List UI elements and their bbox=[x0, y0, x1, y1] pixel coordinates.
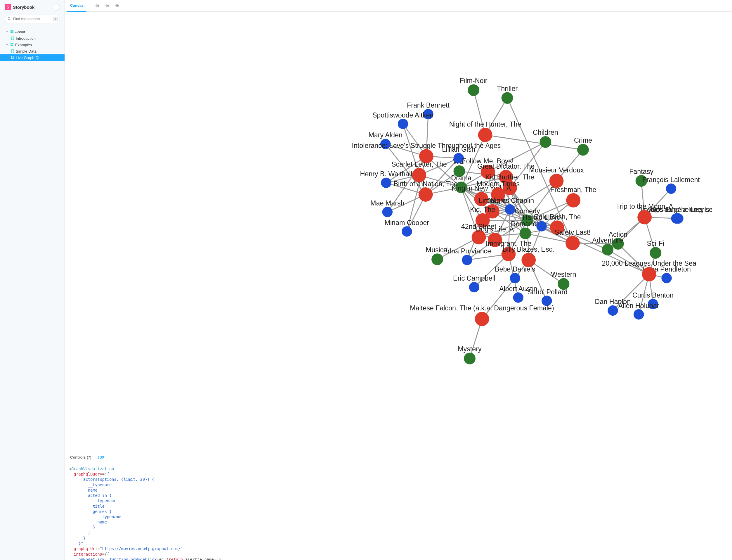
sidebar-menu-button[interactable]: ⋯ bbox=[53, 4, 60, 11]
graph-node[interactable] bbox=[475, 312, 489, 326]
graph-node[interactable] bbox=[521, 215, 533, 226]
panel-tab-jsx[interactable]: JSX bbox=[94, 452, 108, 463]
graph-node[interactable] bbox=[475, 213, 490, 228]
graph-node[interactable] bbox=[474, 192, 488, 206]
graph-node[interactable] bbox=[550, 220, 564, 235]
search-input-wrap[interactable]: / bbox=[5, 15, 60, 23]
graph-node[interactable] bbox=[536, 221, 546, 231]
graph-node[interactable] bbox=[398, 119, 408, 129]
graph-node[interactable] bbox=[650, 247, 661, 259]
graph-node[interactable] bbox=[501, 247, 516, 261]
graph-node[interactable] bbox=[431, 253, 443, 265]
graph-node[interactable] bbox=[634, 309, 644, 319]
graph-node[interactable] bbox=[648, 299, 658, 309]
graph-node[interactable] bbox=[380, 139, 390, 149]
graph-edge bbox=[525, 234, 573, 243]
graph-edge bbox=[387, 156, 426, 212]
graph-node[interactable] bbox=[505, 204, 515, 215]
graph-node[interactable] bbox=[566, 193, 580, 208]
story-icon bbox=[11, 49, 15, 53]
graph-node[interactable] bbox=[513, 292, 523, 303]
graph-node-label: Lillian Gish bbox=[442, 146, 475, 153]
caret-icon: ▾ bbox=[6, 43, 9, 46]
graph-node[interactable] bbox=[549, 174, 564, 188]
graph-node[interactable] bbox=[381, 178, 391, 188]
tree-item-about[interactable]: ▾ About bbox=[0, 29, 65, 35]
graph-node[interactable] bbox=[577, 144, 589, 156]
graph-node-label: Mystery bbox=[458, 345, 482, 353]
nav-tree: ▾ About Introduction ▾ Examples bbox=[0, 27, 65, 560]
graph-node[interactable] bbox=[521, 253, 536, 267]
graph-node[interactable] bbox=[565, 236, 580, 250]
graph-node[interactable] bbox=[539, 136, 551, 148]
search-shortcut: / bbox=[53, 17, 58, 21]
graph-node[interactable] bbox=[418, 187, 433, 202]
graph-node-label: Curtis Benton bbox=[632, 291, 674, 299]
graph-node[interactable] bbox=[462, 255, 472, 265]
graph-node-label: Mary Alden bbox=[368, 131, 402, 139]
tree-item-live-graphql[interactable]: Live Graph QL bbox=[0, 54, 65, 61]
zoom-out-button[interactable] bbox=[104, 2, 111, 10]
graph-visualization[interactable]: Film-NoirThrillerChildrenCrimeFantasyWar… bbox=[65, 12, 732, 452]
graph-node[interactable] bbox=[401, 226, 412, 236]
graph-node[interactable] bbox=[423, 109, 433, 119]
graph-node[interactable] bbox=[558, 278, 569, 290]
graph-node-label: Follow Me, Boys! bbox=[462, 157, 513, 165]
graph-node[interactable] bbox=[478, 128, 492, 142]
search-input[interactable] bbox=[13, 17, 57, 21]
zoom-in-button[interactable] bbox=[94, 2, 101, 10]
graph-node[interactable] bbox=[642, 267, 656, 281]
caret-icon: ▾ bbox=[6, 30, 9, 33]
graph-node[interactable] bbox=[661, 273, 672, 283]
story-icon bbox=[11, 37, 15, 40]
graph-node[interactable] bbox=[671, 213, 681, 224]
graph-node-label: Musical bbox=[426, 246, 449, 254]
search-icon bbox=[7, 17, 11, 21]
graph-node[interactable] bbox=[481, 165, 495, 179]
graph-node[interactable] bbox=[666, 184, 676, 194]
graph-node[interactable] bbox=[501, 92, 513, 104]
panel-tab-controls[interactable]: Controls (7) bbox=[67, 452, 94, 463]
zoom-reset-button[interactable] bbox=[114, 2, 121, 10]
main: Canvas Film-NoirThrillerChildrenCrimeFan… bbox=[65, 0, 732, 560]
graph-node[interactable] bbox=[455, 182, 467, 193]
tree-label: Introduction bbox=[16, 36, 36, 41]
panel-tabs: Controls (7) JSX bbox=[65, 452, 732, 463]
graph-node[interactable] bbox=[637, 210, 652, 224]
search-container: / bbox=[0, 15, 65, 27]
graph-node[interactable] bbox=[453, 165, 465, 177]
graph-node[interactable] bbox=[472, 230, 486, 244]
code-block[interactable]: <GraphVisualization graphqlQuery="{ acto… bbox=[65, 463, 732, 560]
brand: S Storybook bbox=[5, 4, 34, 10]
tree-label: About bbox=[15, 30, 25, 34]
app-root: S Storybook ⋯ / ▾ About bbox=[0, 0, 732, 560]
graph-node[interactable] bbox=[612, 238, 624, 250]
graph-node[interactable] bbox=[419, 149, 433, 163]
graph-node[interactable] bbox=[636, 175, 647, 187]
graph-node[interactable] bbox=[412, 168, 426, 182]
graph-node[interactable] bbox=[602, 244, 613, 255]
tree-item-simple-data[interactable]: Simple Data bbox=[0, 48, 65, 54]
canvas-area[interactable]: Film-NoirThrillerChildrenCrimeFantasyWar… bbox=[65, 12, 732, 452]
graph-node-label: Crime bbox=[574, 136, 592, 144]
graph-node-label: Voyage dans la lune, Le bbox=[640, 206, 712, 213]
graph-node[interactable] bbox=[453, 153, 463, 163]
graph-node[interactable] bbox=[541, 295, 552, 306]
graph-node[interactable] bbox=[520, 228, 531, 239]
addon-panel: Controls (7) JSX <GraphVisualization gra… bbox=[65, 452, 732, 560]
tree-label: Live Graph QL bbox=[16, 56, 41, 60]
graph-node[interactable] bbox=[608, 305, 618, 316]
graph-node[interactable] bbox=[491, 187, 505, 202]
graph-edge bbox=[461, 135, 485, 187]
graph-node[interactable] bbox=[464, 353, 475, 364]
tab-canvas[interactable]: Canvas bbox=[67, 0, 87, 12]
graph-node[interactable] bbox=[382, 207, 392, 217]
tree-item-introduction[interactable]: Introduction bbox=[0, 35, 65, 42]
graph-node[interactable] bbox=[468, 84, 479, 96]
tree-item-examples[interactable]: ▾ Examples bbox=[0, 42, 65, 48]
graph-node[interactable] bbox=[510, 273, 520, 283]
story-icon bbox=[11, 56, 15, 59]
graph-node[interactable] bbox=[488, 233, 502, 247]
graph-node[interactable] bbox=[469, 282, 479, 292]
graph-node-label: Albert Austin bbox=[499, 285, 537, 293]
